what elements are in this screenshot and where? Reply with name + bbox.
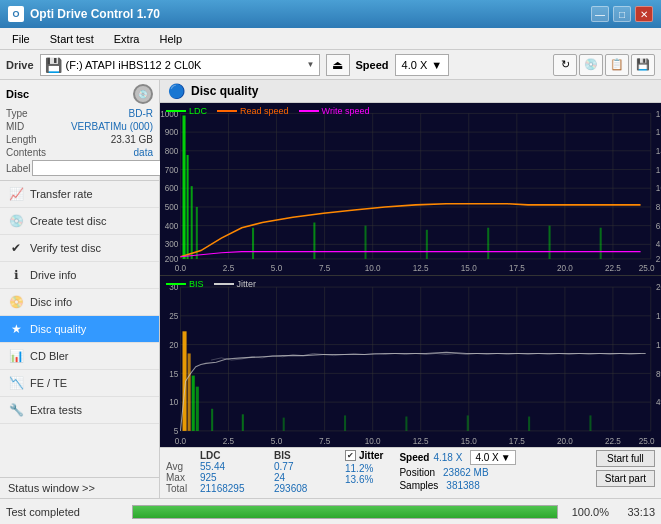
start-full-button[interactable]: Start full (596, 450, 655, 467)
disc-mid-row: MID VERBATIMu (000) (6, 121, 153, 132)
sidebar-item-verify-test-disc[interactable]: ✔ Verify test disc (0, 235, 159, 262)
stats-empty (166, 450, 196, 461)
stats-total-label: Total (166, 483, 196, 494)
stats-avg-label: Avg (166, 461, 196, 472)
jitter-legend-dot (214, 283, 234, 285)
speed-header-row: Speed 4.18 X 4.0 X ▼ (399, 450, 515, 465)
svg-text:16%: 16% (656, 310, 661, 320)
svg-rect-51 (187, 155, 189, 259)
menu-extra[interactable]: Extra (106, 31, 148, 47)
copy-button[interactable]: 📋 (605, 54, 629, 76)
speed-dropdown[interactable]: 4.0 X ▼ (470, 450, 515, 465)
ldc-legend-dot (166, 110, 186, 112)
status-pct: 100.0% (564, 506, 609, 518)
sidebar-item-disc-info[interactable]: 📀 Disc info (0, 289, 159, 316)
speed-select-arrow: ▼ (501, 452, 511, 463)
jitter-checkbox[interactable]: ✔ (345, 450, 356, 461)
svg-rect-61 (160, 276, 661, 448)
menu-bar: File Start test Extra Help (0, 28, 661, 50)
maximize-button[interactable]: □ (613, 6, 631, 22)
svg-text:7.5: 7.5 (319, 435, 331, 445)
speed-select[interactable]: 4.0 X ▼ (395, 54, 450, 76)
minimize-button[interactable]: — (591, 6, 609, 22)
eject-button[interactable]: ⏏ (326, 54, 350, 76)
svg-text:17.5: 17.5 (509, 435, 525, 445)
drive-icon: 💾 (45, 57, 62, 73)
sidebar-item-extra-tests[interactable]: 🔧 Extra tests (0, 397, 159, 424)
disc-length-row: Length 23.31 GB (6, 134, 153, 145)
svg-text:0.0: 0.0 (175, 435, 187, 445)
sidebar-item-label: Extra tests (30, 404, 82, 416)
disc-icon-btn[interactable]: 💿 (579, 54, 603, 76)
disc-label-input[interactable] (32, 160, 165, 176)
nav-items: 📈 Transfer rate 💿 Create test disc ✔ Ver… (0, 181, 159, 477)
app-title: Opti Drive Control 1.70 (30, 7, 160, 21)
svg-rect-110 (467, 415, 469, 430)
svg-text:20.0: 20.0 (557, 264, 573, 273)
svg-text:25.0: 25.0 (639, 264, 655, 273)
svg-rect-106 (242, 414, 244, 431)
ldc-chart-legend: LDC Read speed Write speed (166, 106, 369, 116)
bis-chart: BIS Jitter (160, 276, 661, 448)
svg-text:25.0: 25.0 (639, 435, 655, 445)
svg-text:4X: 4X (656, 240, 661, 249)
status-window-button[interactable]: Status window >> (0, 477, 159, 498)
verify-test-disc-icon: ✔ (8, 240, 24, 256)
menu-file[interactable]: File (4, 31, 38, 47)
svg-text:10X: 10X (656, 184, 661, 193)
sidebar-item-label: FE / TE (30, 377, 67, 389)
speed-dropdown-arrow: ▼ (431, 59, 442, 71)
legend-jitter: Jitter (214, 279, 257, 289)
sidebar-item-fe-te[interactable]: 📉 FE / TE (0, 370, 159, 397)
sidebar-item-disc-quality[interactable]: ★ Disc quality (0, 316, 159, 343)
svg-text:5: 5 (174, 425, 179, 435)
bis-legend-label: BIS (189, 279, 204, 289)
sidebar-item-label: Transfer rate (30, 188, 93, 200)
svg-text:8%: 8% (656, 368, 661, 378)
read-legend-label: Read speed (240, 106, 289, 116)
start-part-button[interactable]: Start part (596, 470, 655, 487)
svg-text:20%: 20% (656, 282, 661, 292)
svg-text:17.5: 17.5 (509, 264, 525, 273)
sidebar-item-transfer-rate[interactable]: 📈 Transfer rate (0, 181, 159, 208)
disc-header: Disc 💿 (6, 84, 153, 104)
stats-total-bis: 293608 (274, 483, 329, 494)
menu-start-test[interactable]: Start test (42, 31, 102, 47)
disc-mid-label: MID (6, 121, 24, 132)
refresh-button[interactable]: ↻ (553, 54, 577, 76)
svg-text:12.5: 12.5 (413, 435, 429, 445)
svg-text:5.0: 5.0 (271, 435, 283, 445)
svg-text:4%: 4% (656, 397, 661, 407)
menu-help[interactable]: Help (151, 31, 190, 47)
stats-ldc-header: LDC (200, 450, 270, 461)
stats-total-row: Total 21168295 293608 (166, 483, 329, 494)
svg-text:10.0: 10.0 (365, 264, 381, 273)
disc-mid-value: VERBATIMu (000) (71, 121, 153, 132)
stats-avg-ldc: 55.44 (200, 461, 270, 472)
disc-contents-row: Contents data (6, 147, 153, 158)
sidebar-item-create-test-disc[interactable]: 💿 Create test disc (0, 208, 159, 235)
svg-rect-58 (487, 228, 489, 259)
svg-text:2.5: 2.5 (223, 264, 235, 273)
sidebar-item-cd-bler[interactable]: 📊 CD Bler (0, 343, 159, 370)
svg-text:10: 10 (169, 397, 178, 407)
disc-info-icon: 📀 (8, 294, 24, 310)
title-bar: O Opti Drive Control 1.70 — □ ✕ (0, 0, 661, 28)
svg-text:2X: 2X (656, 255, 661, 264)
transfer-rate-icon: 📈 (8, 186, 24, 202)
close-button[interactable]: ✕ (635, 6, 653, 22)
sidebar-item-drive-info[interactable]: ℹ Drive info (0, 262, 159, 289)
stats-total-ldc: 21168295 (200, 483, 270, 494)
drive-select[interactable]: 💾 (F:) ATAPI iHBS112 2 CL0K ▼ (40, 54, 320, 76)
svg-text:18X: 18X (656, 109, 661, 118)
chart-header: 🔵 Disc quality (160, 80, 661, 103)
progress-bar-fill (133, 506, 557, 518)
disc-type-row: Type BD-R (6, 108, 153, 119)
legend-bis: BIS (166, 279, 204, 289)
disc-panel: Disc 💿 Type BD-R MID VERBATIMu (000) Len… (0, 80, 159, 181)
svg-rect-50 (182, 115, 185, 258)
stats-max-bis: 24 (274, 472, 329, 483)
save-button[interactable]: 💾 (631, 54, 655, 76)
sidebar-item-label: Disc info (30, 296, 72, 308)
stats-max-label: Max (166, 472, 196, 483)
